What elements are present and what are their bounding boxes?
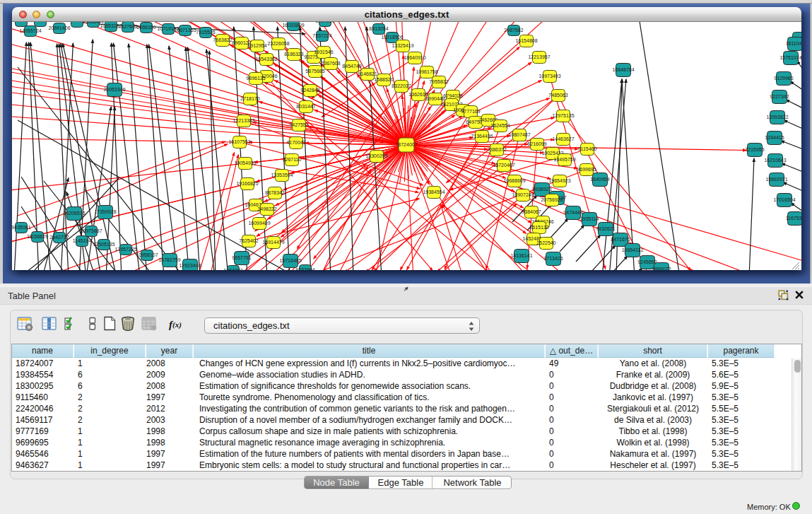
svg-text:16154808: 16154808 [515, 38, 537, 43]
svg-text:16099489: 16099489 [248, 221, 270, 226]
svg-text:7955812: 7955812 [429, 79, 448, 84]
svg-text:15716485: 15716485 [279, 258, 301, 263]
svg-text:7357224: 7357224 [312, 33, 331, 38]
svg-text:17016504: 17016504 [773, 197, 795, 202]
svg-text:13325419: 13325419 [392, 43, 413, 48]
svg-text:17359928: 17359928 [94, 209, 116, 214]
svg-text:9474444: 9474444 [563, 210, 582, 215]
svg-text:7625402: 7625402 [239, 238, 258, 243]
svg-text:10973493: 10973493 [539, 74, 560, 78]
svg-text:18907249: 18907249 [512, 192, 534, 197]
svg-text:8878342: 8878342 [265, 190, 284, 195]
svg-text:14055724: 14055724 [19, 28, 41, 33]
svg-text:1527602: 1527602 [118, 24, 137, 29]
svg-text:16648784: 16648784 [612, 67, 634, 72]
svg-text:21364436: 21364436 [471, 134, 493, 139]
svg-text:20053346: 20053346 [103, 87, 125, 92]
svg-text:1064183: 1064183 [223, 268, 242, 271]
svg-text:2718170: 2718170 [240, 96, 259, 101]
svg-text:2935114: 2935114 [580, 216, 599, 221]
svg-text:8813054: 8813054 [369, 26, 388, 31]
svg-text:1640954: 1640954 [590, 177, 609, 182]
svg-text:8322037: 8322037 [392, 83, 411, 88]
svg-text:1588520: 1588520 [374, 77, 393, 82]
svg-text:9146821: 9146821 [358, 71, 377, 76]
svg-text:19166825: 19166825 [236, 181, 258, 186]
svg-text:1931546: 1931546 [314, 49, 333, 54]
svg-text:(x): (x) [172, 320, 182, 329]
svg-text:2942737: 2942737 [49, 235, 69, 240]
svg-text:17957225: 17957225 [114, 247, 136, 252]
svg-text:8938923: 8938923 [532, 187, 551, 192]
svg-text:3267110: 3267110 [283, 157, 302, 162]
svg-text:9657791: 9657791 [232, 255, 251, 260]
svg-text:10807487: 10807487 [508, 132, 530, 137]
svg-text:13353594: 13353594 [271, 173, 293, 177]
svg-text:16033809: 16033809 [282, 23, 304, 28]
svg-text:20206576: 20206576 [63, 211, 85, 216]
svg-text:12213383: 12213383 [233, 118, 254, 123]
svg-text:19654923: 19654923 [548, 178, 570, 183]
svg-text:15692971: 15692971 [765, 177, 787, 182]
svg-text:20691406: 20691406 [48, 25, 70, 30]
svg-text:10654112: 10654112 [622, 247, 644, 252]
svg-text:23226058: 23226058 [267, 41, 289, 46]
svg-text:9245652: 9245652 [637, 259, 657, 264]
svg-text:15720407: 15720407 [493, 163, 514, 168]
svg-text:14136141: 14136141 [510, 253, 532, 258]
svg-text:6466160: 6466160 [136, 25, 155, 30]
svg-text:16671355: 16671355 [174, 28, 196, 33]
svg-text:3215955: 3215955 [745, 147, 764, 152]
svg-text:10688609: 10688609 [503, 178, 525, 183]
svg-text:1904060: 1904060 [315, 22, 334, 23]
svg-text:8471676: 8471676 [611, 237, 630, 242]
svg-text:8186323: 8186323 [284, 52, 303, 57]
svg-text:12923448: 12923448 [179, 263, 201, 268]
svg-text:12213957: 12213957 [528, 54, 550, 59]
svg-text:10961758: 10961758 [416, 69, 437, 74]
svg-text:8454749: 8454749 [342, 64, 361, 69]
svg-text:20756928: 20756928 [541, 197, 563, 202]
svg-text:2522540: 2522540 [536, 240, 555, 245]
svg-text:7386372: 7386372 [487, 147, 506, 152]
svg-text:16210643: 16210643 [764, 158, 786, 163]
svg-text:18300295: 18300295 [365, 153, 387, 158]
svg-text:8031447: 8031447 [296, 104, 315, 109]
svg-text:6216099: 6216099 [527, 141, 546, 146]
svg-text:1167533: 1167533 [786, 216, 801, 221]
svg-text:2367608: 2367608 [321, 61, 340, 66]
svg-text:7663822: 7663822 [213, 37, 232, 42]
svg-text:12505135: 12505135 [93, 242, 114, 247]
svg-text:1615132: 1615132 [529, 225, 548, 230]
svg-text:9427552: 9427552 [289, 122, 308, 127]
svg-text:1889072: 1889072 [652, 267, 671, 271]
svg-text:16543362: 16543362 [255, 57, 277, 62]
svg-text:7485063: 7485063 [548, 93, 567, 98]
svg-text:14463627: 14463627 [552, 136, 574, 141]
svg-text:19384554: 19384554 [423, 189, 445, 194]
svg-text:9232994: 9232994 [295, 267, 314, 271]
svg-text:9242848: 9242848 [300, 88, 319, 93]
svg-text:16782759: 16782759 [158, 257, 180, 262]
svg-text:5875685: 5875685 [305, 69, 324, 74]
svg-text:9777169: 9777169 [461, 109, 480, 114]
svg-text:3624554: 3624554 [490, 123, 510, 128]
svg-text:6794028: 6794028 [443, 93, 462, 98]
svg-text:12093822: 12093822 [766, 115, 788, 119]
svg-text:18724007: 18724007 [395, 142, 417, 147]
svg-text:3498222: 3498222 [257, 206, 276, 211]
svg-text:9896135: 9896135 [246, 76, 265, 81]
svg-text:9435061: 9435061 [12, 225, 31, 230]
svg-text:1244415: 1244415 [765, 135, 784, 140]
svg-text:8912954: 8912954 [247, 43, 266, 48]
svg-text:9129966: 9129966 [774, 76, 793, 81]
svg-text:9699695: 9699695 [577, 167, 596, 172]
svg-text:10958107: 10958107 [136, 252, 158, 257]
svg-text:11156829: 11156829 [27, 234, 48, 239]
svg-text:10975887: 10975887 [80, 228, 102, 233]
svg-text:4170047: 4170047 [286, 140, 305, 145]
svg-text:6990448: 6990448 [425, 96, 445, 101]
svg-text:1145194: 1145194 [73, 238, 92, 243]
svg-text:12975135: 12975135 [552, 113, 574, 118]
svg-text:13495759: 13495759 [553, 157, 575, 162]
